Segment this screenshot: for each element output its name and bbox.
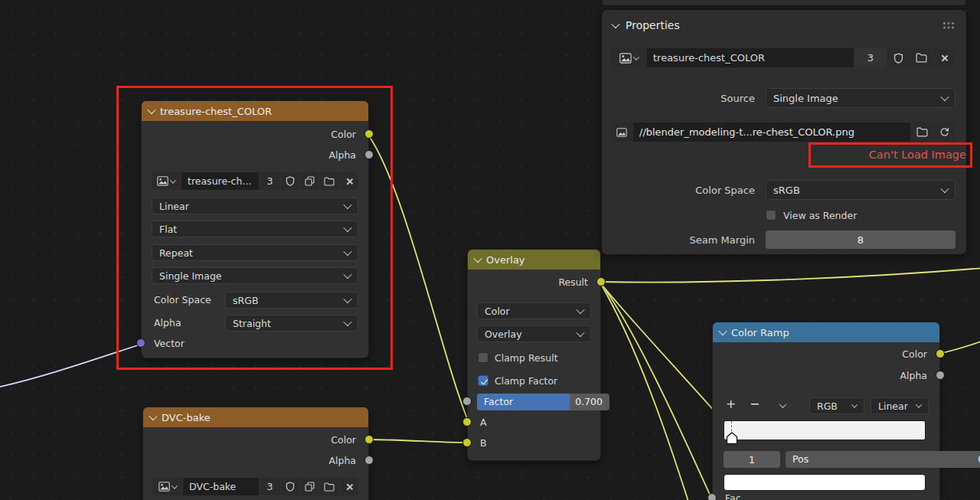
socket-color-output[interactable] (364, 435, 374, 444)
source-select[interactable]: Single Image (766, 88, 956, 108)
node-header[interactable]: treasure-chest_COLOR (142, 101, 368, 121)
open-image-button[interactable] (910, 48, 933, 67)
source-row: Source Single Image (611, 89, 956, 107)
remove-stop-button[interactable]: − (750, 397, 760, 411)
socket-color-output[interactable] (364, 129, 374, 139)
view-as-render-checkbox[interactable] (766, 210, 776, 221)
socket-factor-input[interactable] (462, 397, 472, 406)
image-browse-button[interactable] (153, 478, 182, 495)
checkbox-icon (478, 352, 488, 363)
factor-slider[interactable]: Factor 0.700 (477, 394, 609, 410)
output-label-alpha: Alpha (328, 455, 356, 467)
add-stop-button[interactable]: + (726, 397, 736, 411)
seam-margin-field[interactable]: 8 (766, 230, 956, 249)
collapse-chevron-icon[interactable] (718, 327, 727, 335)
image-name-field[interactable]: DVC-bake (183, 478, 259, 495)
node-color-ramp[interactable]: Color Ramp Color Alpha + − RGB Linear 1 … (712, 322, 940, 500)
output-label-color: Color (902, 348, 927, 361)
mix-type-select[interactable]: Color (477, 302, 591, 319)
socket-alpha-output[interactable] (364, 150, 374, 159)
stop-index-field[interactable]: 1 (724, 451, 780, 468)
users-count-button[interactable]: 3 (854, 48, 887, 67)
collapse-chevron-icon[interactable] (473, 254, 482, 263)
unlink-image-button[interactable] (340, 478, 358, 495)
collapse-chevron-icon[interactable] (147, 106, 155, 114)
collapse-chevron-icon[interactable] (149, 412, 157, 420)
fake-user-shield-button[interactable] (887, 48, 909, 67)
socket-alpha-output[interactable] (364, 456, 374, 465)
clamp-factor-checkbox[interactable]: Clamp Factor (478, 374, 557, 387)
socket-vector-input[interactable] (136, 338, 145, 348)
users-count-button[interactable]: 3 (260, 478, 280, 495)
ramp-color-mode-select[interactable]: RGB (809, 397, 864, 414)
stop-color-swatch[interactable] (724, 474, 926, 491)
properties-panel-header[interactable]: Properties (612, 16, 957, 34)
browse-file-button[interactable] (911, 123, 933, 142)
socket-a-input[interactable] (462, 417, 472, 426)
copy-image-button[interactable] (300, 172, 318, 190)
filepath-field[interactable]: //blender_modeling-t...re-chest_COLOR.pn… (633, 123, 910, 142)
fake-user-shield-button[interactable] (281, 478, 299, 495)
socket-color-output[interactable] (936, 349, 945, 358)
alpha-label: Alpha (154, 317, 181, 329)
open-image-button[interactable] (319, 478, 339, 495)
color-ramp-gradient[interactable] (724, 420, 926, 440)
node-header[interactable]: Color Ramp (713, 322, 939, 342)
folder-icon (324, 482, 335, 492)
socket-b-input[interactable] (462, 438, 472, 447)
ramp-tools-dropdown[interactable] (779, 400, 787, 408)
image-icon (616, 128, 627, 137)
chevron-down-icon (851, 401, 858, 407)
node-image-texture[interactable]: treasure-chest_COLOR Color Alpha treasur… (141, 100, 369, 358)
extension-select[interactable]: Repeat (152, 244, 358, 261)
drag-handle-icon[interactable] (943, 22, 956, 29)
output-label-alpha: Alpha (900, 370, 927, 382)
folder-icon (916, 127, 928, 137)
projection-select[interactable]: Flat (152, 221, 358, 237)
ramp-stop-marker[interactable] (726, 432, 738, 445)
fake-user-shield-button[interactable] (281, 172, 299, 190)
image-datablock-row: DVC-bake 3 (153, 478, 358, 495)
alpha-select[interactable]: Straight (225, 315, 358, 332)
node-header[interactable]: Overlay (468, 250, 600, 270)
stop-position-slider[interactable]: Pos 0.032 (786, 451, 980, 468)
socket-fac-input[interactable] (707, 493, 717, 500)
node-header[interactable]: DVC-bake (143, 407, 368, 427)
image-source-button[interactable] (611, 123, 632, 142)
interpolation-select[interactable]: Linear (152, 198, 358, 214)
unlink-image-button[interactable] (340, 172, 358, 190)
collapsed-panel-strip[interactable] (601, 0, 967, 6)
reload-image-button[interactable] (933, 123, 955, 142)
users-count-button[interactable]: 3 (260, 172, 280, 190)
ramp-interpolation-select[interactable]: Linear (871, 397, 929, 414)
wire-vector-input (0, 344, 142, 388)
socket-result-output[interactable] (596, 277, 606, 286)
cant-load-image-error: Can't Load Image (808, 149, 966, 161)
image-name-field[interactable]: treasure-chest_COLOR (647, 48, 854, 67)
chevron-down-icon (916, 401, 922, 407)
colorspace-select[interactable]: sRGB (225, 292, 358, 309)
chevron-down-icon (343, 201, 351, 209)
node-dvc-bake[interactable]: DVC-bake Color Alpha DVC-bake 3 (142, 407, 369, 500)
input-label-fac: Fac (725, 492, 741, 500)
close-icon (940, 54, 948, 62)
copy-image-button[interactable] (300, 478, 318, 495)
collapse-chevron-icon[interactable] (611, 20, 619, 28)
view-as-render-label: View as Render (783, 210, 857, 221)
node-mix-overlay[interactable]: Overlay Result Color Overlay Clamp Resul… (467, 249, 601, 461)
source-select[interactable]: Single Image (152, 267, 358, 284)
wire-result-right (599, 268, 980, 283)
wire-result-down-2 (599, 282, 691, 500)
open-image-button[interactable] (319, 172, 339, 190)
image-name-field[interactable]: treasure-ch... (181, 172, 259, 190)
image-browse-button[interactable] (152, 172, 181, 190)
colorspace-select[interactable]: sRGB (766, 180, 956, 200)
blend-mode-select[interactable]: Overlay (477, 325, 591, 342)
clamp-result-checkbox[interactable]: Clamp Result (478, 351, 558, 364)
socket-alpha-output[interactable] (936, 371, 945, 380)
chevron-down-icon (576, 328, 584, 337)
chevron-down-icon (343, 295, 351, 303)
image-browse-button[interactable] (611, 48, 646, 67)
unlink-image-button[interactable] (933, 48, 955, 67)
colorspace-label: Color Space (154, 294, 211, 306)
